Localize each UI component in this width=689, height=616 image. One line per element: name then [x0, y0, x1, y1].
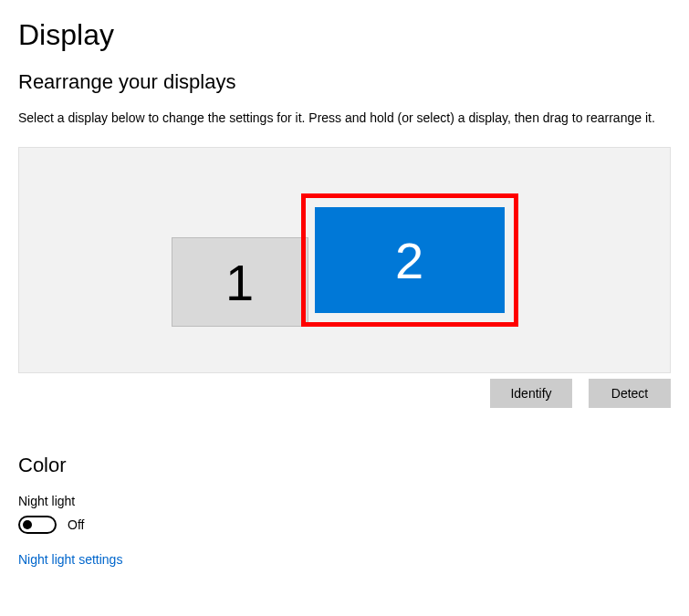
- display-monitor-2[interactable]: 2: [315, 207, 505, 313]
- rearrange-description: Select a display below to change the set…: [18, 110, 671, 125]
- identify-button[interactable]: Identify: [490, 379, 572, 408]
- display-label-2: 2: [395, 231, 423, 290]
- displays-wrapper: 1 2: [172, 193, 518, 327]
- display-arrangement-area[interactable]: 1 2: [18, 147, 671, 373]
- display-monitor-1[interactable]: 1: [172, 237, 308, 327]
- display-buttons-row: Identify Detect: [18, 379, 671, 408]
- night-light-toggle-row: Off: [18, 516, 671, 534]
- night-light-settings-link[interactable]: Night light settings: [18, 552, 122, 567]
- page-title: Display: [18, 18, 671, 52]
- rearrange-heading: Rearrange your displays: [18, 70, 671, 94]
- display-label-1: 1: [225, 253, 254, 312]
- toggle-knob-icon: [23, 520, 32, 529]
- night-light-label: Night light: [18, 494, 671, 508]
- display-monitor-2-highlight[interactable]: 2: [301, 193, 518, 327]
- night-light-toggle[interactable]: [18, 516, 57, 534]
- detect-button[interactable]: Detect: [589, 379, 671, 408]
- night-light-state: Off: [68, 517, 84, 532]
- color-heading: Color: [18, 454, 671, 477]
